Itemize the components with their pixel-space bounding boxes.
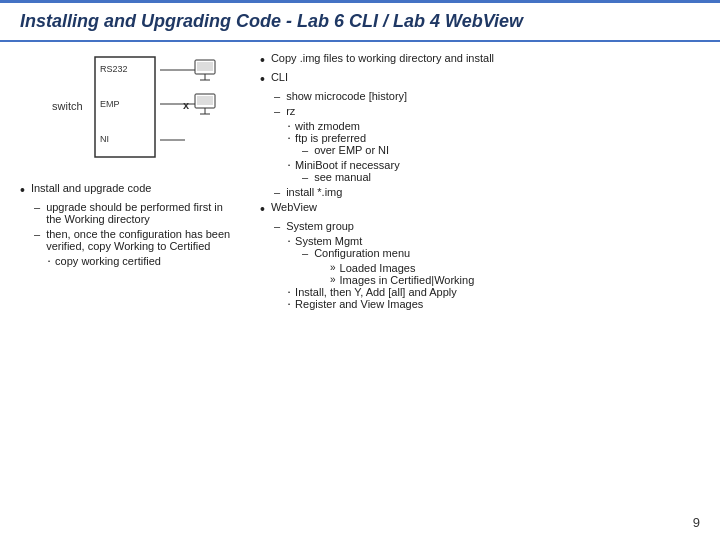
emp-ni-label: over EMP or NI — [314, 144, 389, 156]
list-item: • Register and View Images — [288, 298, 700, 310]
list-item: – System group — [274, 220, 700, 232]
bullet-icon: • — [288, 162, 290, 168]
title-bar: Installing and Upgrading Code - Lab 6 CL… — [0, 0, 720, 42]
bullet-icon: • — [288, 301, 290, 307]
svg-text:NI: NI — [100, 134, 109, 144]
system-group-label: System group — [286, 220, 354, 232]
upgrade-first-label: upgrade should be performed first in the… — [46, 201, 240, 225]
slide-title: Installing and Upgrading Code - Lab 6 CL… — [20, 11, 523, 31]
list-item: • Install, then Y, Add [all] and Apply — [288, 286, 700, 298]
dash-icon: – — [302, 144, 308, 156]
config-menu-label: Configuration menu — [314, 247, 410, 259]
svg-rect-10 — [197, 62, 213, 71]
list-item: – Configuration menu — [302, 247, 700, 259]
dash-icon: – — [274, 105, 280, 117]
install-apply-label: Install, then Y, Add [all] and Apply — [295, 286, 457, 298]
right-content: • Copy .img files to working directory a… — [260, 52, 700, 310]
register-view-label: Register and View Images — [295, 298, 423, 310]
list-item: – then, once the configuration has been … — [34, 228, 240, 252]
dash-icon: – — [302, 171, 308, 183]
copy-certified-label: copy working certified — [55, 255, 161, 267]
dash-icon: – — [274, 220, 280, 232]
right-column: • Copy .img files to working directory a… — [260, 52, 700, 310]
svg-text:EMP: EMP — [100, 99, 120, 109]
list-item: • ftp is preferred — [288, 132, 700, 144]
list-item: – rz — [274, 105, 700, 117]
cli-label: CLI — [271, 71, 288, 83]
list-item: • System Mgmt — [288, 235, 700, 247]
images-certified-label: Images in Certified|Working — [340, 274, 475, 286]
miniboot-label: MiniBoot if necessary — [295, 159, 400, 171]
guillemet-icon: » — [330, 262, 336, 273]
svg-rect-14 — [197, 96, 213, 105]
list-item: – show microcode [history] — [274, 90, 700, 102]
dash-icon: – — [302, 247, 308, 259]
svg-text:RS232: RS232 — [100, 64, 128, 74]
left-bullets: • Install and upgrade code – upgrade sho… — [20, 182, 240, 267]
webview-label: WebView — [271, 201, 317, 213]
list-item: • copy working certified — [48, 255, 240, 267]
svg-text:x: x — [183, 99, 190, 111]
list-item: – upgrade should be performed first in t… — [34, 201, 240, 225]
slide-container: Installing and Upgrading Code - Lab 6 CL… — [0, 0, 720, 540]
bullet-icon: • — [20, 183, 25, 197]
list-item: – install *.img — [274, 186, 700, 198]
ftp-label: ftp is preferred — [295, 132, 366, 144]
list-item: – over EMP or NI — [302, 144, 700, 156]
page-number: 9 — [693, 515, 700, 530]
list-item: » Images in Certified|Working — [330, 274, 700, 286]
guillemet-icon: » — [330, 274, 336, 285]
install-img-label: install *.img — [286, 186, 342, 198]
main-content: RS232 EMP NI — [0, 52, 720, 310]
bullet-icon: • — [260, 72, 265, 86]
copy-img-label: Copy .img files to working directory and… — [271, 52, 494, 64]
dash-icon: – — [274, 90, 280, 102]
list-item: – see manual — [302, 171, 700, 183]
bullet-icon: • — [288, 289, 290, 295]
bullet-icon: • — [260, 53, 265, 67]
list-item: • Copy .img files to working directory a… — [260, 52, 700, 67]
bullet-icon: • — [48, 258, 50, 264]
bullet-icon: • — [288, 123, 290, 129]
dash-icon: – — [34, 201, 40, 213]
bullet-icon: • — [288, 238, 290, 244]
left-column: RS232 EMP NI — [20, 52, 240, 310]
rz-label: rz — [286, 105, 295, 117]
dash-icon: – — [34, 228, 40, 240]
list-item: • MiniBoot if necessary — [288, 159, 700, 171]
network-diagram: RS232 EMP NI — [50, 52, 220, 172]
show-microcode-label: show microcode [history] — [286, 90, 407, 102]
list-item: • Install and upgrade code — [20, 182, 240, 197]
bullet-icon: • — [260, 202, 265, 216]
dash-icon: – — [274, 186, 280, 198]
list-item: » Loaded Images — [330, 262, 700, 274]
see-manual-label: see manual — [314, 171, 371, 183]
bullet-icon: • — [288, 135, 290, 141]
loaded-images-label: Loaded Images — [340, 262, 416, 274]
system-mgmt-label: System Mgmt — [295, 235, 362, 247]
zmodem-label: with zmodem — [295, 120, 360, 132]
copy-working-label: then, once the configuration has been ve… — [46, 228, 240, 252]
list-item: • WebView — [260, 201, 700, 216]
svg-text:switch: switch — [52, 100, 83, 112]
list-item: • CLI — [260, 71, 700, 86]
list-item: • with zmodem — [288, 120, 700, 132]
install-upgrade-label: Install and upgrade code — [31, 182, 240, 194]
